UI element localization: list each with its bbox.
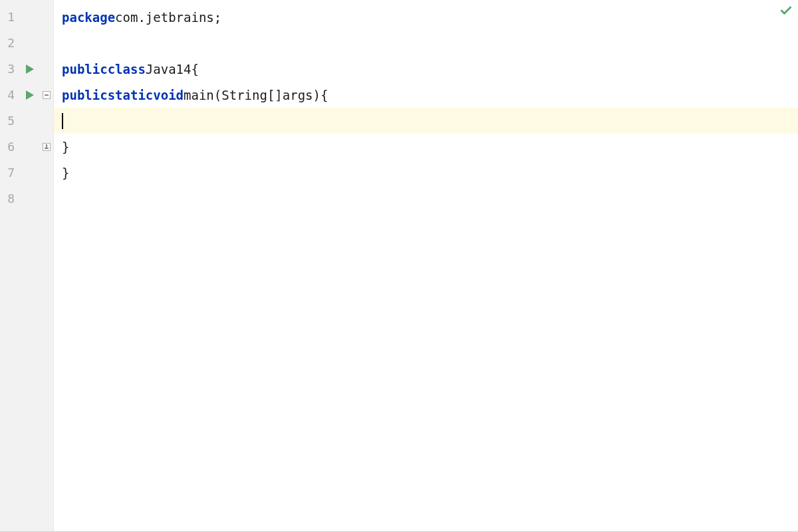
fold-cell bbox=[40, 160, 53, 186]
run-icon[interactable] bbox=[26, 65, 34, 74]
gutter-icon-cell bbox=[20, 160, 40, 186]
line-number[interactable]: 2 bbox=[0, 30, 20, 56]
line-number[interactable]: 5 bbox=[0, 108, 20, 134]
run-icon[interactable] bbox=[26, 90, 34, 100]
code-line-4: public static void main(String[] args) { bbox=[54, 82, 798, 108]
keyword-package: package bbox=[62, 10, 115, 25]
fold-cell bbox=[40, 82, 53, 108]
fold-collapse-icon[interactable] bbox=[43, 91, 51, 99]
fold-end-icon[interactable] bbox=[43, 143, 51, 151]
paren-close: ) bbox=[313, 88, 321, 102]
keyword-public: public bbox=[62, 62, 108, 76]
package-name: com.jetbrains bbox=[115, 10, 214, 25]
gutter-icons-column bbox=[20, 0, 40, 531]
code-text-area[interactable]: package com.jetbrains; public class Java… bbox=[54, 0, 798, 531]
line-number[interactable]: 6 bbox=[0, 134, 20, 160]
code-line-1: package com.jetbrains; bbox=[54, 4, 798, 30]
param-type: String[] bbox=[221, 88, 283, 102]
code-line-7: } bbox=[54, 160, 798, 186]
gutter-icon-cell bbox=[20, 82, 40, 108]
line-number[interactable]: 1 bbox=[0, 4, 20, 30]
code-line-5 bbox=[54, 108, 798, 134]
gutter-icon-cell bbox=[20, 56, 40, 82]
brace-open: { bbox=[321, 88, 328, 102]
method-name: main bbox=[184, 88, 214, 102]
brace-close: } bbox=[62, 140, 69, 154]
keyword-class: class bbox=[108, 62, 146, 76]
class-name: Java14 bbox=[146, 62, 192, 76]
code-line-2 bbox=[54, 30, 798, 56]
keyword-public: public bbox=[62, 88, 108, 102]
line-number[interactable]: 3 bbox=[0, 56, 20, 82]
inspection-status-icon[interactable] bbox=[779, 4, 793, 20]
paren-open: ( bbox=[214, 88, 221, 102]
fold-cell bbox=[40, 30, 53, 56]
line-number[interactable]: 8 bbox=[0, 186, 20, 211]
fold-cell bbox=[40, 134, 53, 160]
fold-cell bbox=[40, 56, 53, 82]
code-line-3: public class Java14 { bbox=[54, 56, 798, 82]
fold-cell bbox=[40, 108, 53, 134]
brace-open: { bbox=[191, 62, 198, 76]
keyword-static: static bbox=[108, 88, 154, 102]
fold-cell bbox=[40, 186, 53, 211]
gutter-icon-cell bbox=[20, 4, 40, 30]
line-number[interactable]: 4 bbox=[0, 82, 20, 108]
gutter-icon-cell bbox=[20, 108, 40, 134]
semicolon: ; bbox=[214, 10, 221, 25]
param-name: args bbox=[283, 88, 313, 102]
gutter: 1 2 3 4 5 6 7 8 bbox=[0, 0, 54, 531]
keyword-void: void bbox=[153, 88, 184, 102]
text-caret bbox=[62, 113, 63, 129]
line-number[interactable]: 7 bbox=[0, 160, 20, 186]
code-editor: 1 2 3 4 5 6 7 8 bbox=[0, 0, 798, 532]
gutter-icon-cell bbox=[20, 186, 40, 211]
gutter-icon-cell bbox=[20, 134, 40, 160]
gutter-icon-cell bbox=[20, 30, 40, 56]
code-line-6: } bbox=[54, 134, 798, 160]
fold-column bbox=[40, 0, 53, 531]
brace-close: } bbox=[62, 166, 69, 180]
line-numbers-column: 1 2 3 4 5 6 7 8 bbox=[0, 0, 20, 531]
code-line-8 bbox=[54, 186, 798, 211]
fold-cell bbox=[40, 4, 53, 30]
